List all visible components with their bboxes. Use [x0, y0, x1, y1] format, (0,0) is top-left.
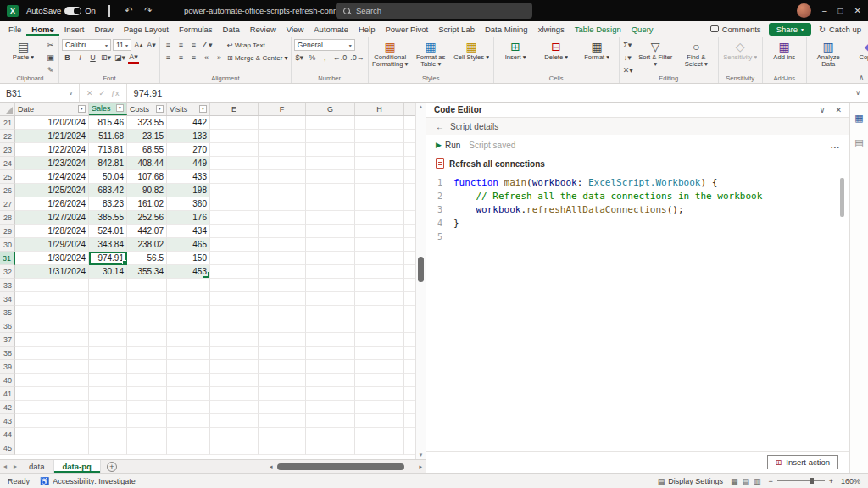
cell-sales-34[interactable] [89, 292, 127, 306]
cell-e-27[interactable] [210, 197, 259, 211]
cell-h-22[interactable] [355, 130, 404, 143]
cell-date-25[interactable]: 1/24/2024 [15, 170, 89, 184]
row-header-29[interactable]: 29 [0, 225, 15, 238]
column-header-f[interactable]: F [259, 103, 306, 115]
cell-h-37[interactable] [355, 333, 404, 347]
cell-f-43[interactable] [259, 414, 306, 428]
ribbon-tab-home[interactable]: Home [26, 23, 58, 36]
row-header-23[interactable]: 23 [0, 143, 15, 157]
row-header-43[interactable]: 43 [0, 414, 15, 428]
cell-visits-27[interactable]: 360 [167, 197, 210, 211]
cell-h-23[interactable] [355, 143, 404, 157]
insert-action-button[interactable]: ⊞ Insert action [767, 455, 838, 469]
select-all-corner[interactable] [0, 103, 15, 115]
cell-h-31[interactable] [355, 252, 404, 265]
cell-e-30[interactable] [210, 238, 259, 252]
close-button[interactable]: ✕ [854, 6, 861, 15]
ribbon-icon-decrease-font-size[interactable]: A▾ [146, 40, 157, 51]
cell-sales-29[interactable]: 524.01 [89, 225, 127, 238]
cell-f-40[interactable] [259, 374, 306, 387]
cell-f-45[interactable] [259, 441, 306, 455]
filter-button-date[interactable]: ▾ [78, 105, 86, 113]
cell-costs-27[interactable]: 161.02 [127, 197, 167, 211]
ribbon-tab-insert[interactable]: Insert [59, 23, 90, 36]
cell-g-32[interactable] [306, 265, 355, 279]
cell-costs-29[interactable]: 442.07 [127, 225, 167, 238]
ribbon-tab-draw[interactable]: Draw [89, 23, 118, 36]
ribbon-button-find-select[interactable]: ○Find & Select ▾ [677, 39, 715, 69]
cell-e-29[interactable] [210, 225, 259, 238]
code-line-5[interactable]: 5 [426, 230, 849, 244]
ribbon-button-add-ins[interactable]: ▦Add-ins [765, 39, 804, 61]
cell-g-40[interactable] [306, 374, 355, 387]
ribbon-tab-view[interactable]: View [281, 23, 309, 36]
cell-h-32[interactable] [355, 265, 404, 279]
cell-f-41[interactable] [259, 387, 306, 401]
cell-date-31[interactable]: 1/30/2024 [15, 252, 89, 265]
cell-g-36[interactable] [306, 319, 355, 333]
ribbon-tab-page-layout[interactable]: Page Layout [119, 23, 174, 36]
row-header-33[interactable]: 33 [0, 279, 15, 292]
search-box[interactable]: Search [336, 3, 532, 19]
cell-sales-23[interactable]: 713.81 [89, 143, 127, 157]
cell-sales-33[interactable] [89, 279, 127, 292]
panel-close-icon[interactable]: ✕ [835, 106, 842, 114]
cell-e-21[interactable] [210, 116, 259, 130]
cell-costs-25[interactable]: 107.68 [127, 170, 167, 184]
cell-f-28[interactable] [259, 211, 306, 225]
row-header-37[interactable]: 37 [0, 333, 15, 347]
ribbon-icon-accounting-format[interactable]: $▾ [294, 53, 305, 64]
cell-costs-32[interactable]: 355.34 [127, 265, 167, 279]
cell-sales-26[interactable]: 683.42 [89, 184, 127, 197]
cell-f-42[interactable] [259, 401, 306, 414]
ribbon-icon-align-left[interactable]: ≡ [163, 53, 174, 64]
cell-visits-29[interactable]: 434 [167, 225, 210, 238]
cell-costs-34[interactable] [127, 292, 167, 306]
cell-g-33[interactable] [306, 279, 355, 292]
cell-sales-32[interactable]: 30.14 [89, 265, 127, 279]
cell-e-31[interactable] [210, 252, 259, 265]
cell-g-29[interactable] [306, 225, 355, 238]
ribbon-tab-xlwings[interactable]: xlwings [533, 23, 570, 36]
ribbon-icon-align-middle[interactable]: ≡ [175, 40, 186, 51]
cell-sales-38[interactable] [89, 347, 127, 360]
cell-date-24[interactable]: 1/23/2024 [15, 157, 89, 170]
cell-sales-41[interactable] [89, 387, 127, 401]
insert-function-icon[interactable]: ƒx [111, 89, 120, 97]
ribbon-button-format-as-table[interactable]: ▦Format as Table ▾ [412, 39, 450, 69]
cell-visits-21[interactable]: 442 [167, 116, 210, 130]
zoom-slider[interactable]: − + [768, 477, 833, 485]
cell-costs-30[interactable]: 238.02 [127, 238, 167, 252]
cell-g-30[interactable] [306, 238, 355, 252]
cell-costs-41[interactable] [127, 387, 167, 401]
cancel-icon[interactable]: ✕ [86, 89, 93, 97]
cell-g-34[interactable] [306, 292, 355, 306]
ribbon-icon-copy[interactable]: ▣ [45, 53, 56, 64]
row-header-35[interactable]: 35 [0, 306, 15, 319]
filter-button-visits[interactable]: ▾ [199, 105, 207, 113]
comments-button[interactable]: Comments [710, 25, 761, 34]
cell-f-22[interactable] [259, 130, 306, 143]
cell-visits-33[interactable] [167, 279, 210, 292]
ribbon-icon-orientation[interactable]: ∠▾ [201, 40, 214, 51]
zoom-knob[interactable] [810, 478, 814, 484]
expand-formula-bar-icon[interactable]: ∨ [855, 89, 868, 97]
page-break-view-icon[interactable]: ▥ [754, 477, 761, 485]
ribbon-icon-autosum[interactable]: Σ▾ [622, 40, 633, 51]
cell-costs-36[interactable] [127, 319, 167, 333]
cell-visits-22[interactable]: 133 [167, 130, 210, 143]
cell-e-39[interactable] [210, 360, 259, 374]
cell-sales-28[interactable]: 385.55 [89, 211, 127, 225]
collapse-ribbon-icon[interactable]: ∧ [859, 74, 864, 81]
cell-date-43[interactable] [15, 414, 89, 428]
cell-e-32[interactable] [210, 265, 259, 279]
ribbon-icon-fill-color[interactable]: ◪▾ [114, 53, 126, 64]
panel-chevron-down-icon[interactable]: ∨ [820, 106, 826, 114]
cell-f-33[interactable] [259, 279, 306, 292]
cell-sales-22[interactable]: 511.68 [89, 130, 127, 143]
ribbon-combo-number-format[interactable]: General▾ [294, 39, 355, 51]
cell-h-34[interactable] [355, 292, 404, 306]
horizontal-scroll-thumb[interactable] [277, 463, 404, 470]
cell-f-35[interactable] [259, 306, 306, 319]
cell-e-26[interactable] [210, 184, 259, 197]
